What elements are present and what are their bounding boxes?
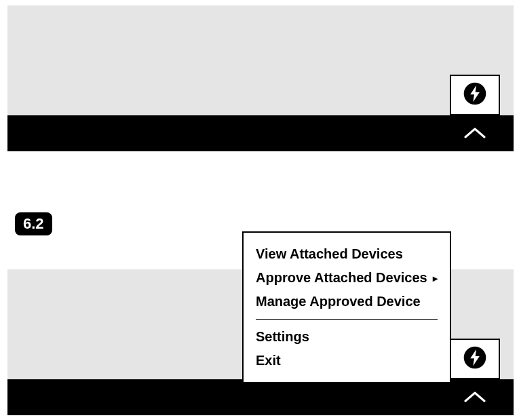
menu-item-exit[interactable]: Exit bbox=[244, 349, 450, 373]
menu-item-label: View Attached Devices bbox=[256, 246, 403, 262]
menu-item-settings[interactable]: Settings bbox=[244, 325, 450, 349]
menu-divider bbox=[256, 319, 438, 320]
menu-item-label: Settings bbox=[256, 329, 309, 345]
tray-thunderbolt-button-top[interactable] bbox=[450, 75, 500, 115]
taskbar-bottom bbox=[7, 379, 514, 415]
menu-item-label: Approve Attached Devices bbox=[256, 270, 427, 286]
chevron-up-icon[interactable] bbox=[464, 128, 486, 138]
thunderbolt-icon bbox=[463, 82, 486, 108]
step-badge: 6.2 bbox=[15, 212, 52, 235]
context-menu: View Attached Devices Approve Attached D… bbox=[242, 231, 451, 383]
top-panel bbox=[7, 5, 514, 115]
taskbar-top bbox=[7, 115, 514, 151]
menu-item-manage-approved[interactable]: Manage Approved Device bbox=[244, 290, 450, 313]
chevron-up-icon[interactable] bbox=[464, 392, 486, 402]
menu-item-approve-attached[interactable]: Approve Attached Devices ▸ bbox=[244, 266, 450, 290]
menu-item-view-attached[interactable]: View Attached Devices bbox=[244, 242, 450, 266]
menu-item-label: Exit bbox=[256, 353, 281, 368]
tray-thunderbolt-button-bottom[interactable] bbox=[450, 339, 500, 379]
thunderbolt-icon bbox=[463, 346, 486, 372]
submenu-arrow-icon: ▸ bbox=[433, 273, 438, 284]
menu-item-label: Manage Approved Device bbox=[256, 294, 421, 309]
